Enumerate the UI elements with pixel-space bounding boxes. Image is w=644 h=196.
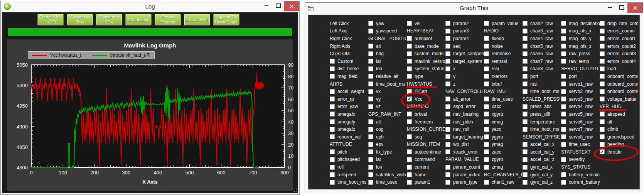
field-press-abs[interactable]: press_abs xyxy=(523,103,561,111)
checkbox-errors-count2[interactable] xyxy=(600,44,605,49)
field-frame[interactable]: frame xyxy=(407,171,445,179)
field-param-type[interactable]: param_type xyxy=(445,178,484,186)
field-rxerrors[interactable]: rxerrors xyxy=(484,73,523,80)
field-vz[interactable]: vz xyxy=(368,103,407,111)
checkbox-error-yaw[interactable] xyxy=(330,104,335,109)
checkbox-fix-type[interactable] xyxy=(368,149,373,154)
checkbox-servo4-raw[interactable] xyxy=(561,104,566,109)
checkbox-temperature[interactable] xyxy=(523,119,528,124)
checkbox-xgyro[interactable] xyxy=(484,112,489,117)
field-lon[interactable]: lon xyxy=(368,65,407,73)
checkbox-zacc[interactable] xyxy=(484,149,489,154)
field-accel-cal-y[interactable]: accel_cal_y xyxy=(523,148,561,156)
checkbox-gyro-cal-y[interactable] xyxy=(523,172,528,177)
field-rollspeed[interactable]: rollspeed xyxy=(330,171,368,179)
field-xtrack-error[interactable]: xtrack_error xyxy=(445,148,484,156)
checkbox-lon[interactable] xyxy=(368,66,373,71)
checkbox-time-boot-ms[interactable] xyxy=(523,127,528,132)
field-time-usec[interactable]: time_usec xyxy=(561,141,600,149)
field-nav-bearing[interactable]: nav_bearing xyxy=(445,110,484,118)
checkbox-system-status[interactable] xyxy=(407,66,412,71)
field-errors-count3[interactable]: errors_count3 xyxy=(600,50,638,57)
field-lat[interactable]: lat xyxy=(368,156,407,164)
field-i2cerr[interactable]: I2Cerr xyxy=(407,88,445,95)
field-accel-weight[interactable]: accel_weight xyxy=(330,88,368,95)
field-voltage-batter[interactable]: voltage_batter xyxy=(600,95,638,103)
checkbox-servo5-raw[interactable] xyxy=(561,112,566,117)
checkbox-omegaix[interactable] xyxy=(330,112,335,117)
checkbox-accel-cal-z[interactable] xyxy=(523,157,528,162)
checkbox-gyro-cal-z[interactable] xyxy=(523,180,528,185)
checkbox-ymag[interactable] xyxy=(484,142,489,147)
field-time-usec[interactable]: time_usec xyxy=(484,95,523,103)
checkbox-vx[interactable] xyxy=(368,89,373,94)
field-cog[interactable]: cog xyxy=(368,125,407,133)
checkbox-groundspeed[interactable] xyxy=(600,134,605,139)
field-freemem[interactable]: freemem xyxy=(407,118,445,126)
field-omegaiy[interactable]: omegaIy xyxy=(330,118,368,126)
checkbox-eph[interactable] xyxy=(368,134,373,139)
checkbox-satellites-visib[interactable] xyxy=(368,172,373,177)
checkbox-accel-weight[interactable] xyxy=(330,89,335,94)
checkbox-load[interactable] xyxy=(600,66,605,71)
checkbox-i2cerr[interactable] xyxy=(407,89,412,94)
field-gyro-cal-x[interactable]: gyro_cal_x xyxy=(523,163,561,171)
checkbox-omegaiz[interactable] xyxy=(330,127,335,132)
checkbox-errors-count1[interactable] xyxy=(600,36,605,41)
minimize-button[interactable] xyxy=(604,3,616,12)
checkbox-yaw[interactable] xyxy=(368,21,373,26)
toolbar-button-create-kml-gpx[interactable]: Create KML + GPX xyxy=(37,14,64,25)
checkbox-zgyro[interactable] xyxy=(484,157,489,162)
field-errors-comm[interactable]: errors_comm xyxy=(600,27,638,35)
field-omegaiz[interactable]: omegaIz xyxy=(330,125,368,133)
checkbox-voltage-batter[interactable] xyxy=(600,96,605,101)
checkbox-accel-cal-y[interactable] xyxy=(523,149,528,154)
checkbox-alt[interactable] xyxy=(368,44,373,49)
checkbox-yacc[interactable] xyxy=(484,127,489,132)
field-system-status[interactable]: system_status xyxy=(407,65,445,73)
checkbox-lat[interactable] xyxy=(368,157,373,162)
field-ymag[interactable]: ymag xyxy=(484,141,523,149)
maximize-button[interactable] xyxy=(616,3,627,12)
checkbox-lat[interactable] xyxy=(368,59,373,64)
checkbox-errors-count4[interactable] xyxy=(600,59,605,64)
toolbar-button-graph-log[interactable]: Graph Log xyxy=(125,14,152,25)
field-chan5-raw[interactable]: chan5_raw xyxy=(523,42,561,50)
checkbox-mavlink-versio[interactable] xyxy=(407,59,412,64)
field-climb[interactable]: climb xyxy=(600,125,638,133)
log-titlebar[interactable]: Log xyxy=(1,1,299,12)
checkbox-freemem[interactable] xyxy=(407,119,412,124)
checkbox-servo7-raw[interactable] xyxy=(561,127,566,132)
checkbox-nav-bearing[interactable] xyxy=(445,112,450,117)
field-servo4-raw[interactable]: servo4_raw xyxy=(561,103,600,111)
field-noise[interactable]: noise xyxy=(484,42,523,50)
field-chan4-raw[interactable]: chan4_raw xyxy=(523,35,561,42)
field-servo7-raw[interactable]: servo7_raw xyxy=(561,125,600,133)
checkbox-rssi[interactable] xyxy=(523,81,528,86)
field-mag-ofs-z[interactable]: mag_ofs_z xyxy=(561,42,600,50)
checkbox-vz[interactable] xyxy=(368,104,373,109)
checkbox-rssi[interactable] xyxy=(484,66,489,71)
field-pitch[interactable]: pitch xyxy=(330,148,368,156)
field-onboard-contro[interactable]: onboard_contro xyxy=(600,88,638,95)
field-mag-field[interactable]: mag_field xyxy=(330,73,368,80)
checkbox-alt[interactable] xyxy=(368,119,373,124)
checkbox-vy[interactable] xyxy=(368,96,373,101)
field-yawspeed[interactable]: yawspeed xyxy=(368,27,407,35)
field-satellites-visib[interactable]: satellites_visib xyxy=(368,171,407,179)
field-raw-temp[interactable]: raw_temp xyxy=(561,57,600,65)
checkbox-servo2-raw[interactable] xyxy=(561,89,566,94)
field-renorm-val[interactable]: renorm_val xyxy=(330,133,368,141)
field-aspd-error[interactable]: aspd_error xyxy=(445,103,484,111)
field-raw-press[interactable]: raw_press xyxy=(561,50,600,57)
field-load[interactable]: load xyxy=(600,65,638,73)
field-roll[interactable]: roll xyxy=(330,163,368,171)
checkbox-nav-pitch[interactable] xyxy=(445,119,450,124)
field-servo3-raw[interactable]: servo3_raw xyxy=(561,95,600,103)
field-vy[interactable]: vy xyxy=(368,95,407,103)
checkbox-brkval[interactable] xyxy=(407,112,412,117)
checkbox-airspeed[interactable] xyxy=(600,112,605,117)
field-fix-type[interactable]: fix_type xyxy=(368,148,407,156)
field-xmag[interactable]: xmag xyxy=(484,118,523,126)
field-seq[interactable]: seq xyxy=(407,133,445,141)
